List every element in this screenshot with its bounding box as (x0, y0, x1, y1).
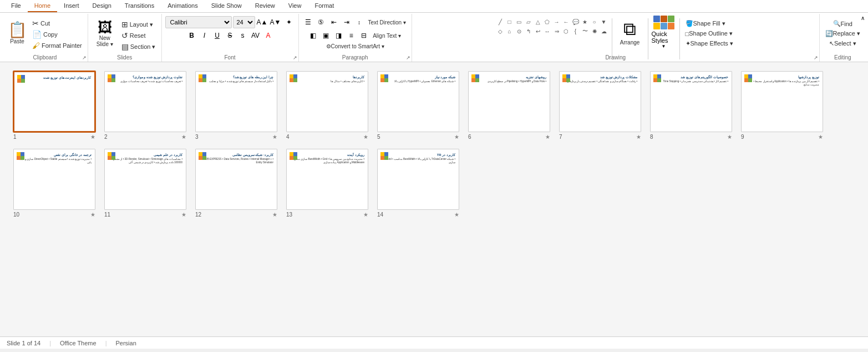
shape-fill-button[interactable]: 🪣 Shape Fill ▾ (683, 19, 735, 28)
char-spacing-button[interactable]: AV (250, 29, 262, 42)
tab-design[interactable]: Design (86, 0, 118, 12)
clear-formatting-button[interactable]: ✦ (283, 16, 295, 28)
slide-item-10[interactable]: ترجمه در خانگی برای نقص• مدیریت توزیع شد… (13, 149, 95, 218)
shape-rect[interactable]: □ (505, 17, 514, 26)
shape-bent-arrow[interactable]: ↰ (524, 27, 533, 36)
layout-button[interactable]: ⊞ Layout ▾ (119, 19, 158, 29)
shape-circle[interactable]: ○ (590, 17, 599, 26)
tab-transitions[interactable]: Transitions (118, 0, 161, 12)
paragraph-expand[interactable]: ↗ (406, 55, 410, 61)
replace-button[interactable]: 🔄 Replace ▾ (823, 29, 862, 38)
shape-cylinder[interactable]: ⊙ (515, 27, 524, 36)
slide-body-6: • Data Flow و Pipelining • HyperMPI در س… (472, 80, 546, 83)
shape-diamond[interactable]: ◇ (496, 27, 505, 36)
tab-file[interactable]: File (4, 0, 28, 12)
slide-item-1[interactable]: کاربردهای اینترنت های توزیع شده1★ (13, 71, 95, 140)
columns-button[interactable]: ⊟ (358, 29, 370, 42)
slide-number-12: 12 (195, 212, 201, 218)
slide-title-1: کاربردهای اینترنت های توزیع شده (18, 76, 91, 79)
shape-wave[interactable]: 〜 (581, 27, 590, 36)
shape-rounded-rect[interactable]: ▭ (515, 17, 524, 26)
shape-cube[interactable]: ⬡ (562, 27, 571, 36)
slide-item-8[interactable]: خصوصیات الگوریتم های توزیع شد• تقسیم کار… (650, 71, 732, 140)
tab-format[interactable]: Format (308, 0, 341, 12)
strikethrough-button[interactable]: S (224, 29, 236, 42)
font-expand[interactable]: ↗ (293, 55, 297, 61)
shape-explosion[interactable]: ✺ (590, 27, 599, 36)
font-size-select[interactable]: 24 (233, 16, 255, 28)
shape-double-arrow[interactable]: ↔ (543, 27, 552, 36)
arrange-button[interactable]: ⧉ Arrange (616, 16, 644, 48)
slide-item-12[interactable]: کاربرد: شبکه سرویس نظامی• DB-EXPRESS • D… (195, 149, 277, 218)
shape-block-arrow[interactable]: ⇒ (552, 27, 561, 36)
bullets-button[interactable]: ☰ (302, 16, 314, 28)
underline-button[interactable]: U (211, 29, 224, 42)
convert-smartart-button[interactable]: ⚙ Convert to SmartArt ▾ (324, 43, 387, 50)
increase-indent-button[interactable]: ⇥ (341, 16, 353, 28)
shape-pentagon[interactable]: ⬠ (543, 17, 552, 26)
slide-item-13[interactable]: رویکرد آینده• مدیریت منابع بین سرویس ها … (286, 149, 368, 218)
select-button[interactable]: ↖ Select ▾ (827, 39, 859, 48)
slide-item-11[interactable]: کاربرد در علم شیمی• محاسبات های 3D-Rende… (104, 149, 186, 218)
shape-triangle[interactable]: △ (534, 17, 542, 26)
shape-outline-button[interactable]: □ Shape Outline ▾ (683, 29, 735, 38)
italic-button[interactable]: I (199, 29, 211, 42)
bold-button[interactable]: B (186, 29, 198, 42)
shadow-button[interactable]: s (237, 29, 249, 42)
shape-star[interactable]: ★ (581, 17, 590, 26)
decrease-indent-button[interactable]: ⇤ (328, 16, 340, 28)
slide-item-7[interactable]: مشکلات پردازش توزیع شد• رقابت • همگام سا… (559, 71, 641, 140)
tab-slideshow[interactable]: Slide Show (205, 0, 248, 12)
tab-animations[interactable]: Animations (161, 0, 204, 12)
cut-button[interactable]: ✂ Cut (30, 18, 84, 28)
align-left-button[interactable]: ◧ (307, 29, 319, 42)
tab-insert[interactable]: Insert (57, 0, 86, 12)
format-painter-button[interactable]: 🖌 Format Painter (30, 41, 84, 51)
shape-arrow-left[interactable]: ← (562, 17, 571, 26)
drawing-expand[interactable]: ↗ (814, 55, 818, 61)
new-slide-button[interactable]: 🖼 NewSlide ▾ (92, 16, 118, 51)
text-direction-button[interactable]: ↕ (353, 16, 366, 28)
font-family-select[interactable]: Calibri (165, 16, 232, 28)
slide-item-3[interactable]: چرا این ربطه های توزیع شد؟• دلایل استفاد… (195, 71, 277, 140)
shape-effects-button[interactable]: ✦ Shape Effects ▾ (683, 39, 735, 48)
shape-more[interactable]: ▼ (600, 17, 608, 26)
decrease-font-size-button[interactable]: A▼ (270, 16, 282, 28)
svg-rect-16 (380, 74, 384, 78)
slide-item-2[interactable]: تفاوت پردازش توزیع شده و موازی؟• تعریف م… (104, 71, 186, 140)
numbering-button[interactable]: ⑤ (315, 16, 327, 28)
slide-item-6[interactable]: روشهای تجزیه• Data Flow و Pipelining • H… (468, 71, 550, 140)
align-center-button[interactable]: ▣ (319, 29, 332, 42)
tab-view[interactable]: View (282, 0, 308, 12)
justify-button[interactable]: ≡ (345, 29, 357, 42)
shape-callout[interactable]: 💬 (571, 17, 580, 26)
paste-button[interactable]: 📋 Paste (6, 16, 29, 51)
font-color-button[interactable]: A (262, 29, 275, 42)
editing-collapse[interactable]: ∧ (861, 15, 865, 21)
clipboard-expand[interactable]: ↗ (82, 55, 87, 61)
slide-logo-icon (562, 74, 570, 82)
slide-item-14[interactable]: کاربرد در TR• شبکه TrDataCenter با کارای… (377, 149, 459, 218)
shape-cloud[interactable]: ☁ (600, 27, 608, 36)
slide-item-9[interactable]: توزیع پردازشها• تقسیم کار بین پردازنده ه… (741, 71, 823, 140)
shape-line[interactable]: ╱ (496, 17, 505, 26)
quick-styles-button[interactable]: Quick Styles ▼ (652, 16, 676, 48)
slide-item-4[interactable]: کاربردها• کاربردهای مختلف • مثال ها4★ (286, 71, 368, 140)
text-direction-dropdown[interactable]: Text Direction ▾ (366, 19, 408, 26)
shape-trapezoid[interactable]: ⌂ (505, 27, 514, 36)
slide-item-5[interactable]: شبکه مورد نیاز• شبکه های Ethernet معمولی… (377, 71, 459, 140)
align-text-dropdown[interactable]: Align Text ▾ (370, 32, 403, 39)
tab-review[interactable]: Review (248, 0, 282, 12)
shape-parallelogram[interactable]: ▱ (524, 17, 533, 26)
section-button[interactable]: ▤ Section ▾ (119, 42, 158, 52)
copy-button[interactable]: 📄 Copy (30, 29, 84, 39)
reset-button[interactable]: ↺ Reset (119, 31, 158, 41)
shape-arrow-right[interactable]: → (552, 17, 561, 26)
tab-home[interactable]: Home (28, 0, 57, 12)
find-button[interactable]: 🔍 Find (831, 19, 855, 28)
increase-font-size-button[interactable]: A▲ (256, 16, 268, 28)
shape-curved-arrow[interactable]: ↩ (534, 27, 542, 36)
align-right-button[interactable]: ◨ (332, 29, 344, 42)
svg-rect-51 (293, 156, 297, 160)
shape-brace[interactable]: { (571, 27, 580, 36)
